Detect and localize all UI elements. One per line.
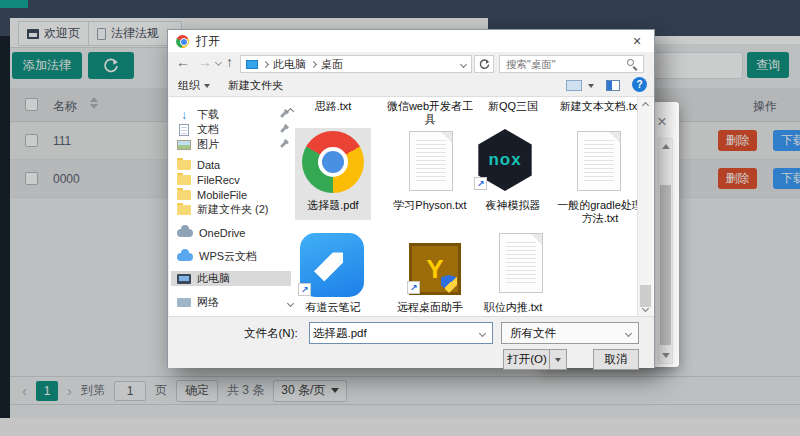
- file-item-label[interactable]: 远程桌面助手: [377, 301, 483, 314]
- help-icon[interactable]: ?: [632, 77, 647, 92]
- file-list-scrollbar[interactable]: [637, 97, 653, 317]
- chevron-down-icon: [555, 358, 561, 362]
- dialog-titlebar[interactable]: 打开: [168, 30, 654, 52]
- file-item-label[interactable]: 有道云笔记: [293, 301, 373, 314]
- cancel-button[interactable]: 取消: [593, 349, 639, 370]
- chevron-right-icon: [310, 60, 317, 67]
- folder-icon: [177, 175, 191, 185]
- shortcut-arrow-icon: ↗: [407, 281, 420, 294]
- filename-label: 文件名(N):: [244, 326, 298, 341]
- filetype-select[interactable]: 所有文件: [501, 322, 639, 344]
- up-icon[interactable]: ↑: [226, 54, 233, 70]
- dialog-body: ↓下载 文档 图片 Data FileRecv MobileFile 新建文件夹…: [169, 96, 654, 316]
- download-icon: ↓: [177, 108, 191, 122]
- desktop-icon: [246, 60, 258, 69]
- modal-close-icon[interactable]: ×: [657, 112, 667, 132]
- txt-file-icon[interactable]: [409, 131, 453, 191]
- breadcrumb-this-pc[interactable]: 此电脑: [273, 57, 306, 72]
- file-item-label[interactable]: 新建文本文档.txt: [553, 100, 647, 113]
- file-item-label[interactable]: 微信web开发者工具: [384, 100, 476, 126]
- nav-item-onedrive[interactable]: OneDrive: [177, 225, 285, 240]
- pictures-icon: [177, 140, 191, 150]
- screen: 添加法律 查询 名称 操作 111 删除 下载 0000 删除 下载 ‹ 1 ›: [0, 0, 800, 436]
- nav-item-data[interactable]: Data: [177, 157, 285, 172]
- nav-item-mobilefile[interactable]: MobileFile: [177, 187, 285, 202]
- search-icon: [627, 59, 634, 66]
- shortcut-arrow-icon: ↗: [474, 177, 487, 190]
- nav-item-filerecv[interactable]: FileRecv: [177, 172, 285, 187]
- chrome-icon: [176, 35, 189, 48]
- refresh-icon: [479, 59, 490, 70]
- back-icon[interactable]: ←: [176, 54, 190, 70]
- pin-icon: [280, 126, 287, 133]
- onedrive-icon: [177, 229, 193, 237]
- folder-icon: [177, 205, 191, 215]
- filename-combo[interactable]: [309, 322, 493, 344]
- document-icon: [179, 124, 189, 136]
- chevron-down-icon: [204, 84, 210, 88]
- selected-file-label[interactable]: 选择题.pdf: [295, 199, 371, 212]
- nav-item-network[interactable]: 网络: [177, 295, 285, 310]
- nav-item-downloads[interactable]: ↓下载: [177, 107, 285, 122]
- breadcrumb-desktop[interactable]: 桌面: [321, 57, 343, 72]
- folder-icon: [177, 190, 191, 200]
- nav-item-pictures[interactable]: 图片: [177, 137, 285, 152]
- scroll-down-icon[interactable]: [662, 353, 670, 358]
- dialog-footer: 文件名(N): 所有文件 打开(O) 取消: [168, 316, 654, 368]
- open-split-dropdown[interactable]: [549, 350, 566, 369]
- filename-input[interactable]: [313, 325, 471, 341]
- nav-item-documents[interactable]: 文档: [177, 122, 285, 137]
- dialog-close-icon[interactable]: ×: [620, 30, 654, 52]
- filetype-value: 所有文件: [510, 326, 556, 341]
- shortcut-arrow-icon: ↗: [298, 283, 311, 296]
- chevron-right-icon: [262, 60, 269, 67]
- chevron-down-icon[interactable]: [479, 330, 486, 337]
- file-item-label[interactable]: 新QQ三国: [479, 100, 547, 113]
- scrollbar-thumb[interactable]: [640, 285, 651, 307]
- network-icon: [177, 298, 191, 307]
- nav-item-wps-cloud[interactable]: WPS云文档: [177, 249, 285, 264]
- nav-item-new-folder-2[interactable]: 新建文件夹 (2): [177, 202, 285, 217]
- file-item-label[interactable]: 夜神模拟器: [479, 199, 547, 212]
- breadcrumb[interactable]: 此电脑 桌面: [240, 55, 472, 73]
- new-folder-button[interactable]: 新建文件夹: [228, 78, 283, 93]
- file-item-label[interactable]: 学习Physon.txt: [384, 199, 476, 212]
- wps-cloud-icon: [177, 253, 193, 261]
- scroll-up-icon[interactable]: [642, 102, 649, 109]
- pin-icon: [280, 111, 287, 118]
- nav-item-this-pc[interactable]: 此电脑: [171, 271, 291, 286]
- open-button-label: 打开(O): [507, 352, 547, 367]
- computer-icon: [177, 274, 191, 284]
- breadcrumb-dropdown-icon[interactable]: [460, 60, 467, 67]
- txt-file-icon[interactable]: [499, 233, 543, 293]
- organize-menu[interactable]: 组织: [178, 78, 210, 93]
- modal-scrollbar[interactable]: [658, 138, 673, 364]
- open-button[interactable]: 打开(O): [503, 349, 567, 370]
- txt-file-icon[interactable]: [577, 131, 621, 191]
- view-thumbnails-icon[interactable]: [566, 80, 582, 91]
- nav-history-chevron-icon[interactable]: [215, 59, 222, 66]
- pin-icon: [280, 141, 287, 148]
- pdf-chrome-icon[interactable]: [302, 131, 364, 193]
- file-open-dialog: 打开 × ← → ↑ 此电脑 桌面 组织 新建文件夹 ? ↓下载 文档: [167, 29, 655, 368]
- dialog-search-input[interactable]: [499, 55, 644, 73]
- dialog-title: 打开: [196, 33, 220, 50]
- file-item-label[interactable]: 职位内推.txt: [473, 301, 553, 314]
- view-dropdown-icon[interactable]: [588, 84, 594, 88]
- scrollbar-thumb[interactable]: [660, 185, 671, 345]
- forward-icon[interactable]: →: [198, 54, 212, 70]
- address-refresh-button[interactable]: [474, 55, 494, 73]
- sidebar-scroll-up-icon[interactable]: [287, 108, 294, 115]
- chevron-down-icon: [625, 330, 632, 337]
- folder-icon: [177, 160, 191, 170]
- file-item-label[interactable]: 思路.txt: [295, 100, 371, 113]
- scroll-up-icon[interactable]: [662, 144, 670, 149]
- preview-pane-icon[interactable]: [606, 80, 620, 91]
- file-item-label[interactable]: 一般的gradle处理方法.txt: [553, 199, 647, 225]
